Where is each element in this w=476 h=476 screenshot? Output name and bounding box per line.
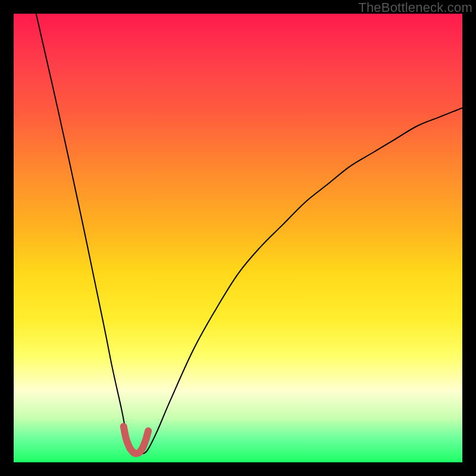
chart-frame: TheBottleneck.com	[0, 0, 476, 476]
curve-layer	[14, 14, 462, 462]
bottleneck-curve	[36, 14, 462, 454]
watermark-text: TheBottleneck.com	[358, 0, 472, 15]
bottleneck-minimum-highlight	[124, 427, 148, 454]
plot-area	[14, 14, 462, 462]
